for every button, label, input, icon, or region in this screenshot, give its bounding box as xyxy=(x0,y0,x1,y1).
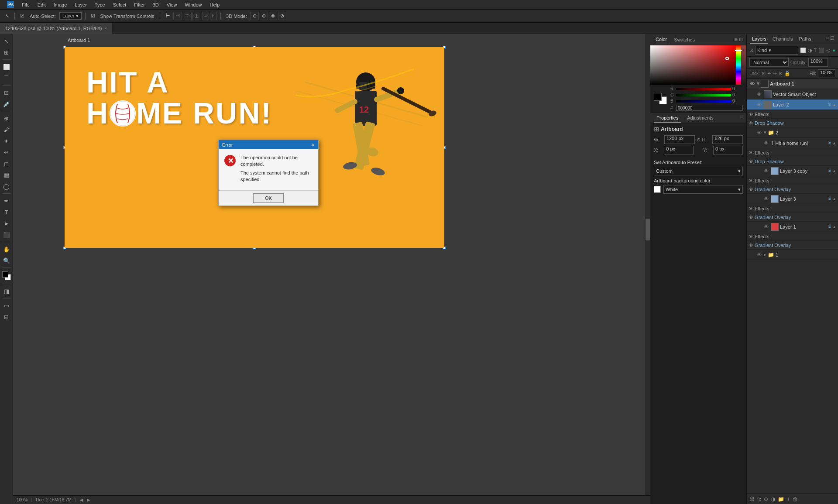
shape-tool[interactable]: ⬛ xyxy=(1,230,12,240)
tab-close-button[interactable]: × xyxy=(105,26,107,31)
layer-new-icon[interactable]: + xyxy=(787,496,790,502)
effects-item-layer2[interactable]: 👁 Effects xyxy=(747,110,838,119)
3d-btn3[interactable]: ⊗ xyxy=(269,12,277,20)
menu-ps[interactable]: Ps xyxy=(3,0,17,10)
effects-item-layer1[interactable]: 👁 Effects xyxy=(747,232,838,241)
hex-input[interactable]: 000000 xyxy=(676,105,743,111)
nav-right[interactable]: ▶ xyxy=(87,497,90,502)
clone-tool[interactable]: ✦ xyxy=(1,136,12,146)
menu-filter[interactable]: Filter xyxy=(131,1,148,8)
gradient-eye-layer1[interactable]: 👁 xyxy=(749,243,753,248)
eyedropper-tool[interactable]: 💉 xyxy=(1,99,12,109)
layer-item-layer3[interactable]: 👁 Layer 3 fx ▲ xyxy=(747,194,838,204)
color-tab[interactable]: Color xyxy=(654,36,669,43)
layer-style-icon[interactable]: fx xyxy=(757,496,761,502)
layer-eye-layer2[interactable]: 👁 xyxy=(756,102,762,107)
x-input[interactable]: 0 px xyxy=(664,146,694,154)
layers-menu-icon[interactable]: ≡ xyxy=(826,35,829,41)
effects-eye-layer1[interactable]: 👁 xyxy=(749,234,753,239)
layer-item-layer3c[interactable]: 👁 Layer 3 copy fx ▲ xyxy=(747,166,838,176)
marquee-tool[interactable]: ⬜ xyxy=(1,62,12,72)
gradient-tool[interactable]: ▦ xyxy=(1,170,12,180)
align-top[interactable]: ⊥ xyxy=(192,12,201,20)
lock-position-icon[interactable]: ✛ xyxy=(773,71,777,76)
lock-all-icon[interactable]: 🔒 xyxy=(784,71,790,76)
fill-input[interactable]: 100% xyxy=(818,69,835,77)
menu-image[interactable]: Image xyxy=(50,1,71,8)
width-input[interactable]: 1200 px xyxy=(664,135,695,144)
hand-tool[interactable]: ✋ xyxy=(1,244,12,254)
filter-smart-icon[interactable]: ◎ xyxy=(826,48,831,53)
height-input[interactable]: 628 px xyxy=(712,135,743,144)
b-slider[interactable] xyxy=(676,100,731,103)
align-left[interactable]: ⊢ xyxy=(164,12,172,20)
artboards-tool[interactable]: ⊟ xyxy=(1,312,12,322)
folder2-expand[interactable]: ▾ xyxy=(764,130,766,135)
layer-item-layer2[interactable]: 👁 Layer 2 fx ▲ xyxy=(747,99,838,110)
crop-tool[interactable]: ⊡ xyxy=(1,87,12,98)
layer-group-icon[interactable]: 📁 xyxy=(778,496,784,502)
filter-adjustment-icon[interactable]: ◑ xyxy=(808,48,812,53)
layer-eye-text1[interactable]: 👁 xyxy=(762,141,769,146)
gradient-eye-layer3c[interactable]: 👁 xyxy=(749,187,753,192)
menu-help[interactable]: Help xyxy=(206,1,223,8)
filter-shape-icon[interactable]: ⬛ xyxy=(818,48,824,53)
nav-left[interactable]: ◀ xyxy=(80,497,83,502)
zoom-tool[interactable]: 🔍 xyxy=(1,255,12,266)
align-center-v[interactable]: ≡ xyxy=(202,12,209,20)
layer-eye-folder2[interactable]: 👁 xyxy=(756,130,762,135)
swatches-tab[interactable]: Swatches xyxy=(672,36,697,43)
color-fg-bg[interactable] xyxy=(654,93,667,104)
gradient-eye-layer3[interactable]: 👁 xyxy=(749,215,753,220)
layer-eye-layer3[interactable]: 👁 xyxy=(762,196,769,202)
color-foreground-box[interactable] xyxy=(654,93,662,101)
lock-artboard-icon[interactable]: ⊙ xyxy=(779,71,783,76)
error-ok-button[interactable]: OK xyxy=(253,193,284,203)
color-gradient-area[interactable] xyxy=(650,45,746,85)
show-transform-checkbox[interactable]: ☑ xyxy=(89,12,97,20)
paths-tab[interactable]: Paths xyxy=(797,35,813,44)
layer-eye-layer3c[interactable]: 👁 xyxy=(762,168,769,174)
artboard-tool[interactable]: ⊞ xyxy=(1,47,12,58)
layer-item-vso[interactable]: 👁 Vector Smart Object xyxy=(747,89,838,99)
tab-properties[interactable]: Properties xyxy=(654,114,681,123)
healing-tool[interactable]: ⊕ xyxy=(1,113,12,123)
g-slider[interactable] xyxy=(676,94,731,96)
opacity-input[interactable]: 100% xyxy=(808,58,828,67)
layer-delete-icon[interactable]: 🗑 xyxy=(793,496,798,502)
align-center-h[interactable]: ⊣ xyxy=(173,12,182,20)
layer-mask-icon[interactable]: ⊙ xyxy=(764,496,768,502)
dropshadow-item-layer2[interactable]: 👁 Drop Shadow xyxy=(747,119,838,127)
layer-eye-folder1[interactable]: 👁 xyxy=(756,252,762,257)
folder1-expand[interactable]: ▸ xyxy=(764,252,766,257)
panel-expand-icon[interactable]: ⊡ xyxy=(739,37,743,42)
error-dialog-close-button[interactable]: × xyxy=(311,142,315,147)
move-tool[interactable]: ↖ xyxy=(1,36,12,46)
3d-btn1[interactable]: ⊙ xyxy=(251,12,259,20)
brush-tool[interactable]: 🖌 xyxy=(1,124,12,135)
layer-item-folder2[interactable]: 👁 ▾ 📁 2 xyxy=(747,127,838,138)
layer-link-icon[interactable]: ⛓ xyxy=(749,496,755,502)
layers-collapse-icon[interactable]: ⊟ xyxy=(830,35,835,41)
layer-item-text1[interactable]: 👁 T Hit a home run! fx ▲ xyxy=(747,138,838,148)
layers-tab[interactable]: Layers xyxy=(750,35,768,44)
color-hue-bar[interactable] xyxy=(736,45,741,85)
layer3-expand[interactable]: ▲ xyxy=(832,197,836,201)
layer-eye-artboard1[interactable]: 👁 xyxy=(749,81,756,86)
3d-btn4[interactable]: ⊘ xyxy=(278,12,286,20)
color-picker-fg-bg[interactable] xyxy=(1,271,12,281)
layer3c-expand[interactable]: ▲ xyxy=(832,169,836,173)
effects-eye-text1[interactable]: 👁 xyxy=(749,150,753,155)
r-slider[interactable] xyxy=(676,88,731,90)
effects-item-text1[interactable]: 👁 Effects xyxy=(747,148,838,157)
filter-type-icon[interactable]: T xyxy=(814,48,817,53)
type-tool[interactable]: T xyxy=(1,207,12,217)
y-input[interactable]: 0 px xyxy=(713,146,743,154)
tab-adjustments[interactable]: Adjustments xyxy=(684,114,716,123)
artboard-expand-icon[interactable]: ▾ xyxy=(757,81,759,86)
props-panel-menu[interactable]: ≡ xyxy=(740,114,743,123)
menu-select[interactable]: Select xyxy=(110,1,130,8)
color-picker-gradient[interactable] xyxy=(650,45,736,85)
effects-eye2[interactable]: 👁 xyxy=(749,112,753,117)
menu-file[interactable]: File xyxy=(18,1,33,8)
